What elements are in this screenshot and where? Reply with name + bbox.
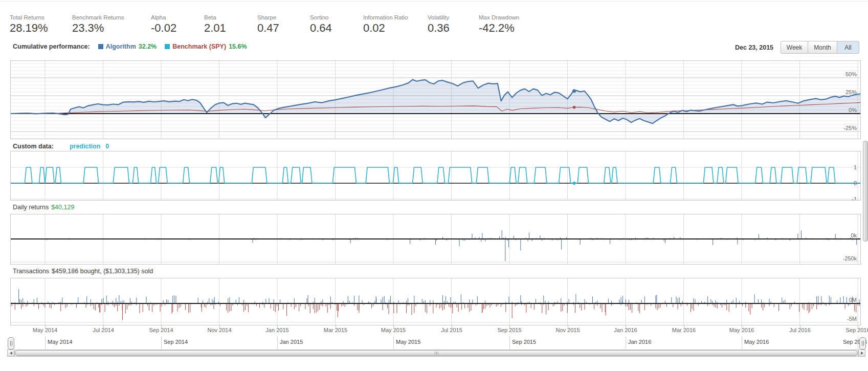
x-axis-tick	[684, 325, 684, 328]
vertical-scrollbar-thumb[interactable]	[863, 141, 868, 242]
cumulative-performance-header: Cumulative performance: Algorithm 32.2% …	[13, 43, 247, 50]
x-axis-tick	[509, 325, 510, 328]
backtest-results-screen: Total Returns28.19% Benchmark Returns23.…	[0, 0, 868, 371]
svg-text:25%: 25%	[845, 89, 857, 95]
custom-data-title: Custom data:	[13, 143, 54, 150]
x-axis-tick	[800, 325, 800, 328]
x-axis-label: May 2014	[27, 327, 63, 333]
x-axis-label: Mar 2015	[318, 327, 353, 333]
benchmark-legend-value: 15.6%	[229, 43, 247, 50]
svg-text:0: 0	[854, 180, 857, 186]
cumulative-performance-title: Cumulative performance:	[13, 43, 90, 50]
scrollbar-thumb[interactable]	[15, 350, 858, 356]
svg-text:0k: 0k	[851, 232, 857, 238]
right-arrow-icon	[861, 352, 863, 355]
navigator-label: Jan 2015	[280, 339, 303, 345]
x-axis-label: Jul 2014	[85, 327, 121, 333]
benchmark-legend-swatch	[165, 44, 170, 49]
x-axis-tick	[103, 325, 104, 328]
navigator-separator	[626, 336, 626, 349]
x-axis-label: Sep 2016	[840, 327, 868, 333]
daily-returns-svg[interactable]: 0k-250k	[10, 214, 861, 265]
x-axis-tick	[161, 325, 162, 328]
navigator-separator	[393, 336, 394, 349]
top-divider	[0, 1, 868, 2]
algorithm-marker-dot	[572, 89, 576, 93]
x-axis-label: Mar 2016	[666, 327, 702, 333]
algorithm-legend-swatch	[98, 44, 103, 49]
navigator-right-handle[interactable]	[859, 337, 866, 350]
algorithm-legend-value: 32.2%	[139, 43, 157, 50]
stat-information-ratio: Information Ratio0.02	[363, 14, 408, 35]
prediction-legend-label[interactable]: prediction	[70, 143, 100, 150]
navigator-label: Sep 2015	[512, 339, 536, 345]
navigator-left-handle[interactable]	[8, 337, 14, 350]
svg-text:-250k: -250k	[842, 255, 857, 261]
scroll-right-button[interactable]	[858, 350, 865, 357]
x-axis-tick	[742, 325, 742, 328]
navigator-separator	[742, 336, 742, 349]
custom-data-chart[interactable]: 10-1	[10, 151, 861, 201]
navigator-label: Sep 2014	[164, 339, 188, 345]
transactions-chart[interactable]: 0M-5M	[10, 278, 861, 325]
daily-returns-header: Daily returns $40,129	[13, 204, 74, 211]
x-axis-tick	[336, 325, 336, 328]
stat-benchmark-returns: Benchmark Returns23.3%	[72, 14, 124, 35]
stat-volatility: Volatility0.36	[428, 14, 450, 35]
x-axis-label: Sep 2015	[492, 327, 527, 333]
benchmark-marker-dot	[573, 106, 575, 108]
hover-date: Dec 23, 2015	[735, 44, 773, 51]
navigator-separator	[509, 336, 510, 349]
x-axis-tick	[858, 325, 858, 328]
range-button-all[interactable]: All	[837, 41, 859, 54]
x-axis-tick	[277, 325, 278, 328]
benchmark-legend-label[interactable]: Benchmark (SPY)	[172, 43, 226, 50]
svg-text:-5M: -5M	[847, 316, 857, 322]
x-axis-label: Jul 2015	[434, 327, 470, 333]
range-selector: Week Month All	[781, 41, 859, 54]
daily-returns-chart[interactable]: 0k-250k	[10, 214, 861, 265]
stat-max-drawdown: Max Drawdown-42.2%	[479, 14, 519, 35]
range-button-week[interactable]: Week	[781, 41, 808, 54]
scroll-left-button[interactable]	[7, 350, 14, 357]
cumulative-performance-svg[interactable]: 50%25%0%-25%	[10, 60, 861, 139]
navigator-label: May 2016	[744, 339, 769, 345]
transactions-header: Transactions $459,186 bought, ($1,303,13…	[13, 268, 153, 275]
prediction-marker-dot	[573, 182, 576, 185]
navigator-label: May 2014	[48, 339, 72, 345]
navigator-separator	[161, 336, 162, 349]
x-axis-label: May 2016	[724, 327, 760, 333]
x-axis-label: Jan 2015	[259, 327, 295, 333]
x-axis-tick	[568, 325, 568, 328]
x-axis-tick	[393, 325, 394, 328]
stat-beta: Beta2.01	[204, 14, 226, 35]
stat-alpha: Alpha-0.02	[151, 14, 176, 35]
stat-total-returns: Total Returns28.19%	[10, 14, 48, 35]
svg-text:0M: 0M	[849, 297, 857, 303]
x-axis-tick	[219, 325, 220, 328]
x-axis-label: Sep 2014	[143, 327, 179, 333]
transactions-title: Transactions	[13, 268, 49, 275]
svg-text:0%: 0%	[849, 107, 857, 113]
x-axis-label: Nov 2014	[202, 327, 237, 333]
scrollbar-track[interactable]	[14, 350, 858, 357]
x-axis-tick	[452, 325, 452, 328]
x-axis-label: May 2015	[375, 327, 411, 333]
prediction-legend-value: 0	[105, 143, 109, 150]
transactions-svg[interactable]: 0M-5M	[10, 278, 861, 325]
svg-text:50%: 50%	[845, 71, 857, 77]
svg-text:-1: -1	[852, 196, 857, 201]
svg-text:-25%: -25%	[843, 125, 857, 131]
x-axis-label: Nov 2015	[550, 327, 586, 333]
x-axis-tick	[626, 325, 626, 328]
algorithm-legend-label[interactable]: Algorithm	[106, 43, 136, 50]
range-button-month[interactable]: Month	[808, 41, 837, 54]
cumulative-performance-chart[interactable]: 50%25%0%-25%	[10, 60, 861, 139]
stat-sharpe: Sharpe0.47	[257, 14, 279, 35]
stat-sortino: Sortino0.64	[310, 14, 332, 35]
prediction-svg[interactable]: 10-1	[10, 151, 861, 201]
navigator-label: Jan 2016	[628, 339, 651, 345]
navigator-label: May 2015	[396, 339, 420, 345]
custom-data-header: Custom data: prediction 0	[13, 143, 109, 150]
left-arrow-icon	[10, 352, 12, 355]
